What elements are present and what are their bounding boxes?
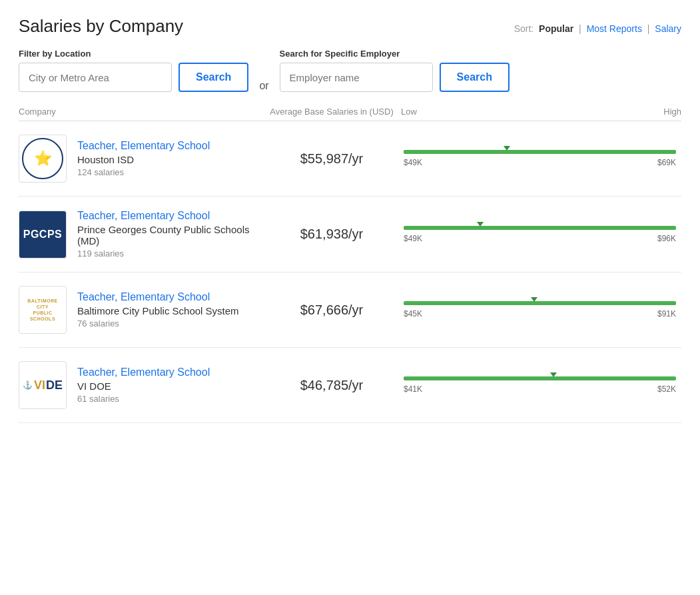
salary-bar-cell: $49K $69K [398, 150, 681, 167]
bar-marker [550, 372, 557, 377]
low-label: $49K [404, 158, 422, 167]
table-row: ⚓ VIDE Teacher, Elementary School VI DOE… [19, 348, 681, 423]
company-info: Teacher, Elementary School VI DOE 61 sal… [77, 366, 210, 404]
avg-salary: $46,785/yr [265, 378, 398, 393]
company-info: Teacher, Elementary School Houston ISD 1… [77, 140, 210, 177]
company-cell: ⭐ Teacher, Elementary School Houston ISD… [19, 135, 265, 183]
sort-most-reports[interactable]: Most Reports [587, 23, 642, 34]
table-row: BALTIMORE CITYPUBLIC SCHOOLS Teacher, El… [19, 273, 681, 348]
high-label: $52K [657, 384, 676, 394]
bar-labels: $49K $69K [404, 158, 676, 167]
sort-salary[interactable]: Salary [655, 23, 681, 34]
employer-input-row: Search [280, 63, 510, 92]
bar-marker [504, 146, 510, 151]
job-title-link[interactable]: Teacher, Elementary School [77, 210, 265, 222]
high-label: $96K [657, 234, 676, 243]
salary-bar [404, 226, 676, 230]
salary-bar-cell: $41K $52K [398, 376, 681, 394]
company-info: Teacher, Elementary School Baltimore Cit… [77, 291, 239, 328]
salary-bar-cell: $45K $91K [398, 301, 681, 318]
employer-input[interactable] [280, 63, 433, 92]
job-title-link[interactable]: Teacher, Elementary School [77, 291, 239, 303]
employer-filter-label: Search for Specific Employer [280, 49, 510, 59]
col-header-avg: Average Base Salaries in (USD) [265, 107, 398, 117]
salary-bar-cell: $49K $96K [398, 226, 681, 243]
company-name: VI DOE [77, 380, 210, 392]
company-cell: ⚓ VIDE Teacher, Elementary School VI DOE… [19, 361, 265, 409]
col-header-high: High [628, 107, 681, 117]
sort-popular[interactable]: Popular [539, 23, 573, 34]
salary-bar [404, 301, 676, 305]
salary-bar [404, 150, 676, 154]
job-title-link[interactable]: Teacher, Elementary School [77, 366, 210, 378]
page-title: Salaries by Company [19, 16, 183, 37]
page-header: Salaries by Company Sort: Popular | Most… [19, 16, 681, 37]
table-header: Company Average Base Salaries in (USD) L… [19, 103, 681, 121]
high-label: $91K [657, 309, 676, 318]
table-row: ⭐ Teacher, Elementary School Houston ISD… [19, 121, 681, 197]
salary-count: 76 salaries [77, 318, 239, 328]
bar-labels: $49K $96K [404, 234, 676, 243]
company-cell: BALTIMORE CITYPUBLIC SCHOOLS Teacher, El… [19, 286, 265, 334]
low-label: $49K [404, 234, 422, 243]
col-header-low: Low [398, 107, 628, 117]
low-label: $45K [404, 309, 422, 318]
avg-salary: $67,666/yr [265, 302, 398, 318]
location-input[interactable] [19, 63, 172, 92]
bar-marker [531, 297, 537, 302]
table-row: PGCPS Teacher, Elementary School Prince … [19, 197, 681, 273]
salary-bar [404, 376, 676, 380]
salary-count: 61 salaries [77, 394, 210, 404]
or-divider: or [248, 67, 279, 92]
company-logo: ⚓ VIDE [19, 361, 67, 409]
location-input-row: Search [19, 63, 248, 92]
location-filter-group: Filter by Location Search [19, 49, 248, 92]
salary-rows-container: ⭐ Teacher, Elementary School Houston ISD… [19, 121, 681, 423]
bar-labels: $41K $52K [404, 384, 676, 394]
col-header-company: Company [19, 107, 265, 117]
location-filter-label: Filter by Location [19, 49, 248, 59]
employer-filter-group: Search for Specific Employer Search [280, 49, 510, 92]
filters-row: Filter by Location Search or Search for … [19, 49, 681, 92]
high-label: $69K [657, 158, 676, 167]
low-label: $41K [404, 384, 422, 394]
bar-labels: $45K $91K [404, 309, 676, 318]
company-name: Baltimore City Public School System [77, 305, 239, 316]
bar-marker [477, 222, 484, 227]
location-search-button[interactable]: Search [178, 63, 248, 92]
sort-label: Sort: [514, 23, 534, 34]
sort-bar: Sort: Popular | Most Reports | Salary [512, 23, 681, 34]
company-name: Prince Georges County Public Schools (MD… [77, 224, 265, 247]
avg-salary: $55,987/yr [265, 151, 398, 167]
company-logo: PGCPS [19, 211, 67, 259]
company-logo: ⭐ [19, 135, 67, 183]
salary-count: 124 salaries [77, 167, 210, 177]
company-name: Houston ISD [77, 154, 210, 165]
avg-salary: $61,938/yr [265, 227, 398, 242]
employer-search-button[interactable]: Search [440, 63, 510, 92]
salary-count: 119 salaries [77, 249, 265, 259]
job-title-link[interactable]: Teacher, Elementary School [77, 140, 210, 152]
company-info: Teacher, Elementary School Prince George… [77, 210, 265, 259]
company-logo: BALTIMORE CITYPUBLIC SCHOOLS [19, 286, 67, 334]
company-cell: PGCPS Teacher, Elementary School Prince … [19, 210, 265, 259]
